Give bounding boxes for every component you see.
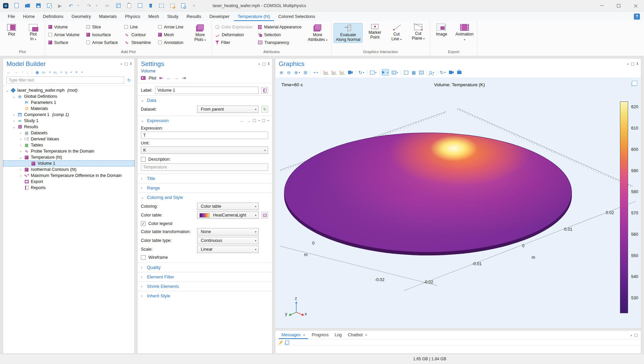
qat-overflow-icon[interactable]: ▾ [191, 3, 197, 9]
redo-caret-icon[interactable]: ▾ [93, 3, 100, 9]
table-view-icon[interactable]: ▦ [411, 69, 416, 76]
float-panel-icon[interactable] [125, 63, 128, 66]
show-in-model-icon[interactable] [261, 87, 268, 94]
tree-item-max-temp-difference[interactable]: › ∿* Maximum Temperature Difference in t… [3, 173, 134, 179]
color-legend-checkbox[interactable]: ✓ [141, 221, 146, 226]
node-order-icon[interactable]: ≡ [65, 70, 67, 74]
move-down-icon[interactable]: ↓ [27, 70, 29, 75]
collapse-all-icon[interactable]: ≡↓ [53, 70, 58, 74]
quality-section-header[interactable]: › Quality [137, 263, 272, 272]
add-surface-button[interactable]: Surface [47, 39, 82, 46]
run-icon[interactable]: ▶ [57, 3, 63, 9]
paste-icon[interactable] [126, 3, 132, 9]
expander-icon[interactable]: › [19, 150, 22, 153]
chevron-down-icon[interactable]: ▾ [258, 119, 260, 122]
dataset-select[interactable]: From parent ▾ [197, 106, 259, 113]
close-tab-icon[interactable]: ✕ [365, 333, 367, 337]
print-icon[interactable] [456, 69, 462, 76]
copy-messages-icon[interactable] [285, 341, 289, 344]
deformation-button[interactable]: Deformation [214, 31, 254, 39]
plot-previous-icon[interactable]: ← [166, 75, 171, 81]
pin-panel-icon[interactable] [130, 62, 132, 66]
transparency-button[interactable]: Transparency [257, 39, 303, 46]
export-animation-button[interactable]: Animation ▾ [454, 23, 475, 43]
add-streamline-button[interactable]: ∿Streamline [123, 39, 154, 46]
close-tab-icon[interactable]: ✕ [303, 333, 305, 337]
float-panel-icon[interactable] [262, 63, 265, 66]
move-up-icon[interactable]: ↑ [21, 70, 24, 75]
expander-icon[interactable]: › [12, 113, 16, 116]
cut-icon[interactable]: ✂ [104, 3, 110, 9]
menu-geometry[interactable]: Geometry [68, 13, 94, 21]
scale-select[interactable]: Linear ▾ [197, 246, 259, 253]
insert-expression-icon[interactable] [262, 119, 265, 122]
minimize-button[interactable] [593, 0, 610, 12]
pin-panel-icon[interactable] [268, 62, 270, 66]
tree-item-materials[interactable]: Materials [3, 106, 134, 112]
menu-results[interactable]: Results [183, 13, 205, 21]
window-layout-icon[interactable]: ▾ [391, 69, 399, 76]
scene-camera-icon[interactable] [347, 69, 353, 76]
expr-prev-icon[interactable]: ← [240, 118, 244, 123]
expander-icon[interactable]: › [12, 119, 16, 122]
wireframe-checkbox[interactable] [141, 255, 146, 260]
go-to-view-icon[interactable]: ⌁▾ [313, 69, 319, 76]
expression-section-header[interactable]: ⌄ Expression ← → ▾ ▾ [137, 116, 272, 125]
add-arrow-volume-button[interactable]: Arrow Volume [47, 31, 82, 39]
view-xz-icon[interactable]: xz [339, 69, 345, 76]
tree-item-parameters[interactable]: Pi Parameters 1 [3, 99, 134, 106]
expander-icon[interactable]: ⌄ [12, 125, 16, 129]
panel-menu-icon[interactable]: ▾ [258, 62, 260, 66]
go-back-icon[interactable]: ← [6, 70, 11, 75]
plot-button[interactable]: Plot [2, 23, 21, 38]
more-attributes-button[interactable]: More Attributes ▾ [306, 23, 329, 44]
coloring-select[interactable]: Color table ▾ [197, 203, 259, 210]
expander-icon[interactable]: ⌄ [12, 95, 16, 98]
coloring-style-header[interactable]: ⌄ Coloring and Style [137, 193, 272, 202]
add-line-button[interactable]: Line [123, 23, 154, 31]
save-icon[interactable] [35, 3, 41, 9]
copy-icon[interactable] [115, 3, 121, 9]
unit-select[interactable]: K ▾ [141, 146, 268, 154]
add-annotation-button[interactable]: Annotation [157, 39, 188, 46]
title-section-header[interactable]: › Title [137, 174, 272, 183]
expander-icon[interactable]: › [19, 131, 22, 135]
help-icon[interactable]: ? [634, 14, 640, 20]
plot-canvas[interactable]: Time=60 s Volume: Temperature (K) 0.02 0… [276, 77, 641, 328]
float-panel-icon[interactable] [631, 63, 634, 66]
split-view-icon[interactable] [403, 69, 409, 76]
panel-menu-icon[interactable]: ▾ [627, 62, 629, 66]
add-slice-button[interactable]: Slice [85, 23, 120, 31]
chevron-down-icon[interactable]: ▾ [267, 119, 269, 122]
color-expression-button[interactable]: Color Expression [214, 23, 254, 31]
update-plot-icon[interactable]: ↻▾ [439, 69, 446, 76]
expander-icon[interactable]: ⌄ [5, 89, 9, 92]
tree-item-export[interactable]: Export [3, 179, 134, 185]
plot-next-icon[interactable]: → [174, 75, 179, 81]
expression-input[interactable] [141, 132, 268, 139]
rotate-icon[interactable]: ↻▾ [358, 69, 365, 76]
plot-info-icon[interactable] [632, 81, 637, 86]
go-to-source-icon[interactable]: ↻ [261, 106, 268, 113]
add-arrow-line-button[interactable]: Arrow Line [157, 23, 188, 31]
plot-first-icon[interactable]: ⇤ [159, 75, 163, 81]
menu-file[interactable]: File [4, 13, 19, 21]
tree-filter-input[interactable] [6, 76, 124, 84]
appearance-icon[interactable]: ▾ [429, 69, 435, 76]
replace-expression-icon[interactable] [253, 119, 256, 122]
refresh-icon[interactable]: ↻ [127, 77, 131, 83]
undo-icon[interactable]: ↶ [68, 3, 74, 9]
menu-study[interactable]: Study [164, 13, 182, 21]
expand-caret-icon[interactable]: ▾ [49, 71, 50, 74]
tree-item-root[interactable]: ⌄ laser_heating_wafer.mph (root) [3, 87, 134, 93]
more-plots-button[interactable]: More Plots ▾ [191, 23, 210, 44]
deselect-box-icon[interactable] [169, 3, 175, 9]
zoom-box-icon[interactable]: ⊕▾ [294, 69, 301, 76]
find-icon[interactable] [180, 3, 186, 9]
tree-item-derived-values[interactable]: › 8.85e-12 Derived Values [3, 136, 134, 142]
menu-colored-selections[interactable]: Colored Selections [275, 13, 319, 21]
menu-mesh[interactable]: Mesh [145, 13, 163, 21]
tree-item-temperature-ht[interactable]: ⌄ Temperature (ht) [3, 154, 134, 160]
menu-temperature-ht[interactable]: Temperature (ht) [234, 13, 274, 21]
menu-physics[interactable]: Physics [121, 13, 144, 21]
